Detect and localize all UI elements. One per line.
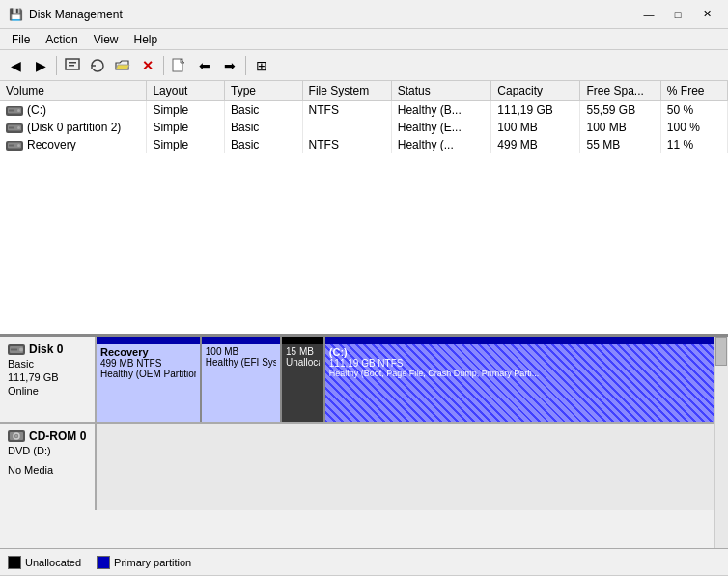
window-controls: — □ ✕ [635,5,720,24]
partition-unallocated[interactable]: 15 MB Unallocati [282,337,325,422]
col-filesystem[interactable]: File System [302,81,391,101]
maximize-button[interactable]: □ [664,5,691,24]
scrollbar-thumb[interactable] [715,337,727,366]
menu-help[interactable]: Help [126,31,166,48]
disk-0-type: Basic [8,358,87,370]
cell-filesystem [302,119,391,136]
drive-icon [6,105,23,117]
svg-rect-11 [9,126,14,128]
toolbar-sep-1 [56,56,57,75]
cdrom-icon [8,429,25,443]
cell-layout: Simple [147,101,225,120]
partition-efi-status: Healthy (EFI Syster [206,357,276,368]
disk-0-row: Disk 0 Basic 111,79 GB Online Recovery 4… [0,337,714,424]
col-volume[interactable]: Volume [0,81,147,101]
menu-view[interactable]: View [86,31,126,48]
close-button[interactable]: ✕ [693,5,720,24]
partition-recovery-status: Healthy (OEM Partition) [100,369,196,379]
partition-c-size: 111,19 GB NTFS [329,358,711,369]
partition-c-name: (C:) [329,346,711,358]
partition-c-header [325,337,714,344]
cell-freespace: 55,59 GB [580,101,660,120]
toolbar-refresh[interactable] [86,54,109,77]
cell-status: Healthy (... [391,136,491,153]
cell-layout: Simple [147,136,225,153]
partition-c-status: Healthy (Boot, Page File, Crash Dump, Pr… [329,369,711,378]
toolbar-properties[interactable] [61,54,84,77]
disk-0-partitions: Recovery 499 MB NTFS Healthy (OEM Partit… [97,337,714,422]
legend-unallocated-box [8,556,21,569]
partition-unalloc-status: Unallocati [286,357,320,368]
cdrom-row: CD-ROM 0 DVD (D:) No Media [0,424,714,510]
svg-rect-15 [9,144,14,146]
disk-0-label: Disk 0 Basic 111,79 GB Online [0,337,97,422]
volume-table-area[interactable]: Volume Layout Type File System Status Ca… [0,81,728,336]
toolbar-open[interactable] [111,54,134,77]
menu-action[interactable]: Action [38,31,85,48]
table-header-row: Volume Layout Type File System Status Ca… [0,81,728,101]
menu-bar: File Action View Help [0,29,728,50]
toolbar-sep-3 [245,56,246,75]
cell-capacity: 111,19 GB [491,101,580,120]
partition-recovery[interactable]: Recovery 499 MB NTFS Healthy (OEM Partit… [97,337,202,422]
drive-icon [6,123,23,134]
cell-layout: Simple [147,119,225,136]
toolbar-delete[interactable]: ✕ [136,54,159,77]
disk-area-scrollbar[interactable] [714,337,728,548]
table-row[interactable]: (Disk 0 partition 2)SimpleBasicHealthy (… [0,119,728,136]
menu-file[interactable]: File [4,31,38,48]
table-row[interactable]: (C:)SimpleBasicNTFSHealthy (B...111,19 G… [0,101,728,120]
cell-capacity: 499 MB [491,136,580,153]
cdrom-type: DVD (D:) [8,445,87,456]
cell-volume: (C:) [0,101,147,120]
cell-capacity: 100 MB [491,119,580,136]
col-type[interactable]: Type [224,81,302,101]
legend-bar: Unallocated Primary partition [0,548,728,575]
partition-bar: Recovery 499 MB NTFS Healthy (OEM Partit… [97,337,714,422]
partition-efi[interactable]: 100 MB Healthy (EFI Syster [202,337,282,422]
partition-efi-header [202,337,280,344]
svg-point-23 [15,435,17,437]
cdrom-content-area [97,424,714,510]
partition-unalloc-size: 15 MB [286,346,320,357]
legend-primary-box [97,556,110,569]
svg-point-18 [19,347,23,351]
disk-0-size: 111,79 GB [8,371,87,383]
cell-pctfree: 11 % [660,136,727,153]
minimize-button[interactable]: — [635,5,662,24]
col-layout[interactable]: Layout [147,81,225,101]
table-row[interactable]: RecoverySimpleBasicNTFSHealthy (...499 M… [0,136,728,153]
cell-filesystem: NTFS [302,101,391,120]
toolbar-arrow-left[interactable]: ⬅ [193,54,216,77]
svg-point-10 [17,126,20,129]
main-container: Volume Layout Type File System Status Ca… [0,81,728,575]
cell-type: Basic [224,101,302,120]
partition-c[interactable]: (C:) 111,19 GB NTFS Healthy (Boot, Page … [325,337,714,422]
cell-filesystem: NTFS [302,136,391,153]
disk-0-name: Disk 0 [8,343,87,356]
col-status[interactable]: Status [391,81,491,101]
toolbar-forward[interactable]: ▶ [29,54,52,77]
cell-pctfree: 50 % [660,101,727,120]
partition-recovery-header [97,337,200,344]
toolbar-arrow-right[interactable]: ➡ [218,54,241,77]
col-capacity[interactable]: Capacity [491,81,580,101]
legend-unallocated: Unallocated [8,556,81,569]
svg-rect-7 [9,109,14,111]
cdrom-name: CD-ROM 0 [8,429,87,443]
toolbar-back[interactable]: ◀ [4,54,27,77]
disk-area[interactable]: Disk 0 Basic 111,79 GB Online Recovery 4… [0,336,728,548]
window-title: Disk Management [29,8,635,21]
toolbar-new[interactable] [168,54,191,77]
disk-0-status: Online [8,385,87,397]
cdrom-spacer [8,458,87,462]
cell-status: Healthy (B... [391,101,491,120]
partition-recovery-name: Recovery [100,346,196,358]
cell-pctfree: 100 % [660,119,727,136]
legend-primary: Primary partition [97,556,191,569]
col-pctfree[interactable]: % Free [660,81,727,101]
toolbar-view[interactable]: ⊞ [250,54,273,77]
disk-hdd-icon [8,343,25,356]
cell-volume: Recovery [0,136,147,153]
col-freespace[interactable]: Free Spa... [580,81,660,101]
